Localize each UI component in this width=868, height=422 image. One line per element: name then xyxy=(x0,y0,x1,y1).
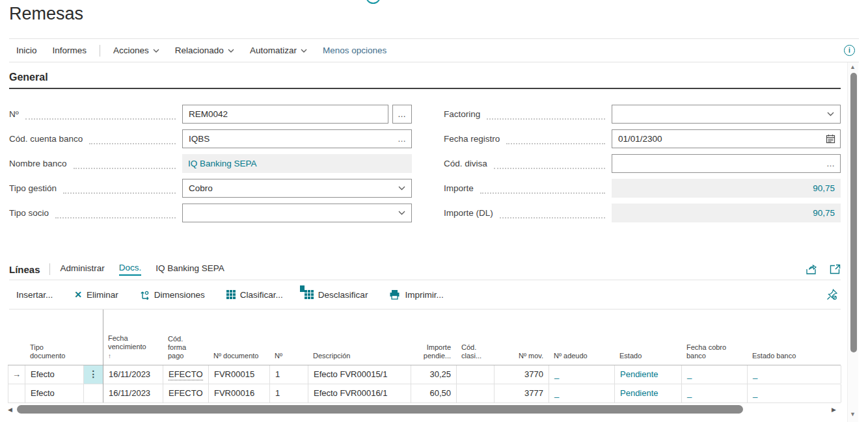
cell-estado[interactable]: Pendiente xyxy=(615,384,682,402)
cell-descripcion[interactable]: Efecto FVR00015/1 xyxy=(308,365,411,384)
unclassify-arrow-icon: ↺ xyxy=(300,285,305,292)
unpin-icon[interactable] xyxy=(826,289,838,300)
header-no-documento[interactable]: Nº documento xyxy=(208,310,269,365)
header-fecha-cobro-banco[interactable]: Fecha cobro banco xyxy=(681,310,747,365)
header-no-adeudo[interactable]: Nº adeudo xyxy=(549,310,614,365)
scroll-right-icon[interactable]: ▶ xyxy=(832,406,836,413)
header-fecha-vencimiento[interactable]: Fecha vencimiento↑ xyxy=(103,310,163,365)
cell-cod-clasi[interactable] xyxy=(457,365,495,384)
tab-docs[interactable]: Docs. xyxy=(119,263,142,276)
header-no-mov[interactable]: Nº mov. xyxy=(494,310,549,365)
dotted-leader xyxy=(506,133,605,144)
factoring-select[interactable] xyxy=(612,105,841,124)
horizontal-scrollbar[interactable]: ◀ ▶ xyxy=(8,404,841,415)
menu-inicio[interactable]: Inicio xyxy=(9,46,45,55)
cuenta-banco-input[interactable] xyxy=(182,129,412,148)
clasificar-button[interactable]: Clasificar... xyxy=(226,290,283,300)
menu-informes[interactable]: Informes xyxy=(45,46,95,55)
header-cod-clasi[interactable]: Cód. clasi... xyxy=(456,310,494,365)
table-row[interactable]: Efecto 16/11/2023 EFECTO FVR00016 1 Efec… xyxy=(8,384,841,403)
row-menu-cell[interactable] xyxy=(84,384,103,402)
scroll-up-icon[interactable]: ▲ xyxy=(850,64,856,70)
calendar-icon[interactable] xyxy=(826,129,835,148)
scroll-down-icon[interactable]: ▼ xyxy=(850,411,856,417)
cell-importe-pendiente[interactable]: 60,50 xyxy=(411,384,457,402)
dimensiones-button[interactable]: Dimensiones xyxy=(140,289,205,300)
menu-relacionado[interactable]: Relacionado xyxy=(167,46,242,55)
fecha-registro-input[interactable] xyxy=(612,129,841,148)
vertical-scrollbar-thumb[interactable] xyxy=(850,73,857,352)
tab-iq-banking-sepa[interactable]: IQ Banking SEPA xyxy=(156,263,224,275)
menu-menos-opciones[interactable]: Menos opciones xyxy=(315,46,394,55)
nombre-banco-value[interactable]: IQ Banking SEPA xyxy=(182,154,412,173)
menu-acciones[interactable]: Acciones xyxy=(105,46,167,55)
lookup-ellipsis-icon[interactable]: … xyxy=(398,129,407,148)
lines-table: Tipo documento Fecha vencimiento↑ Cód. f… xyxy=(8,310,841,403)
vertical-scrollbar[interactable]: ▲ ▼ xyxy=(847,62,858,422)
cell-fecha-cobro-banco[interactable]: _ xyxy=(682,365,748,384)
importe-dl-value[interactable]: 90,75 xyxy=(612,204,841,222)
cell-importe-pendiente[interactable]: 30,25 xyxy=(411,365,457,384)
cell-descripcion[interactable]: Efecto FVR00016/1 xyxy=(308,384,411,402)
cell-no-mov[interactable]: 3777 xyxy=(495,384,549,402)
tipo-gestion-select[interactable]: Cobro xyxy=(182,179,412,198)
header-descripcion[interactable]: Descripción xyxy=(308,310,411,365)
cell-estado-banco[interactable]: _ xyxy=(748,365,841,384)
importe-value[interactable]: 90,75 xyxy=(612,179,841,198)
eliminar-button[interactable]: ✕ Eliminar xyxy=(74,289,118,300)
lookup-ellipsis-icon[interactable]: … xyxy=(826,154,835,173)
field-factoring-label: Factoring xyxy=(444,109,480,119)
cell-cod-clasi[interactable] xyxy=(457,384,495,402)
cell-fecha-vencimiento[interactable]: 16/11/2023 xyxy=(103,384,163,402)
cell-no-documento[interactable]: FVR00016 xyxy=(209,384,270,402)
back-circle-icon[interactable] xyxy=(366,0,381,4)
cell-tipo-documento[interactable]: Efecto xyxy=(25,365,84,384)
cell-cod-forma-pago[interactable]: EFECTO xyxy=(163,365,209,384)
info-icon[interactable]: i xyxy=(844,45,855,56)
cell-estado-banco[interactable]: _ xyxy=(748,384,841,402)
dimensiones-label: Dimensiones xyxy=(154,290,205,300)
tab-administrar[interactable]: Administrar xyxy=(61,263,105,275)
header-cod-forma-pago[interactable]: Cód. forma pago xyxy=(163,310,208,365)
desclasificar-button[interactable]: ↺ Desclasificar xyxy=(305,290,368,300)
cell-no-documento[interactable]: FVR00015 xyxy=(209,365,270,384)
cell-fecha-cobro-banco[interactable]: _ xyxy=(682,384,748,402)
cell-no[interactable]: 1 xyxy=(270,365,308,384)
field-gestion-label: Tipo gestión xyxy=(9,183,57,193)
header-estado-banco[interactable]: Estado banco xyxy=(747,310,841,365)
horizontal-scrollbar-thumb[interactable] xyxy=(17,405,743,414)
insertar-button[interactable]: Insertar... xyxy=(16,290,53,300)
cell-cod-forma-pago[interactable]: EFECTO xyxy=(163,384,209,402)
row-menu-icon[interactable]: ⋮ xyxy=(84,365,103,384)
cell-no-mov[interactable]: 3770 xyxy=(495,365,549,384)
cell-no[interactable]: 1 xyxy=(270,384,308,402)
cell-estado[interactable]: Pendiente xyxy=(615,365,682,384)
cell-no-adeudo[interactable]: _ xyxy=(549,384,615,402)
cell-tipo-documento[interactable]: Efecto xyxy=(25,384,84,402)
header-no[interactable]: Nº xyxy=(269,310,308,365)
dotted-leader xyxy=(55,207,176,218)
cell-fecha-vencimiento[interactable]: 16/11/2023 xyxy=(103,365,163,384)
header-label: Nº mov. xyxy=(519,352,543,360)
share-icon[interactable] xyxy=(806,264,818,275)
menu-automatizar[interactable]: Automatizar xyxy=(242,46,315,55)
no-assist-button[interactable]: … xyxy=(392,105,412,124)
field-cuenta-banco: Cód. cuenta banco … xyxy=(9,129,412,148)
expand-icon[interactable] xyxy=(830,264,841,274)
header-importe-pendiente[interactable]: Importe pendie... xyxy=(411,310,456,365)
chevron-down-icon xyxy=(827,112,834,116)
table-row[interactable]: → Efecto ⋮ 16/11/2023 EFECTO FVR00015 1 … xyxy=(8,365,841,384)
header-tipo-documento[interactable]: Tipo documento xyxy=(25,310,83,365)
importe-dl-text: 90,75 xyxy=(813,208,835,218)
ellipsis-glyph: … xyxy=(398,134,407,144)
field-no-label: Nº xyxy=(9,109,19,119)
no-input[interactable] xyxy=(182,105,388,124)
header-estado[interactable]: Estado xyxy=(614,310,681,365)
scroll-left-icon[interactable]: ◀ xyxy=(8,406,12,413)
imprimir-button[interactable]: Imprimir... xyxy=(389,289,443,300)
printer-icon xyxy=(389,289,400,300)
imprimir-label: Imprimir... xyxy=(405,290,443,300)
cell-no-adeudo[interactable]: _ xyxy=(549,365,615,384)
cod-divisa-input[interactable] xyxy=(612,154,841,173)
tipo-socio-select[interactable] xyxy=(182,204,412,222)
